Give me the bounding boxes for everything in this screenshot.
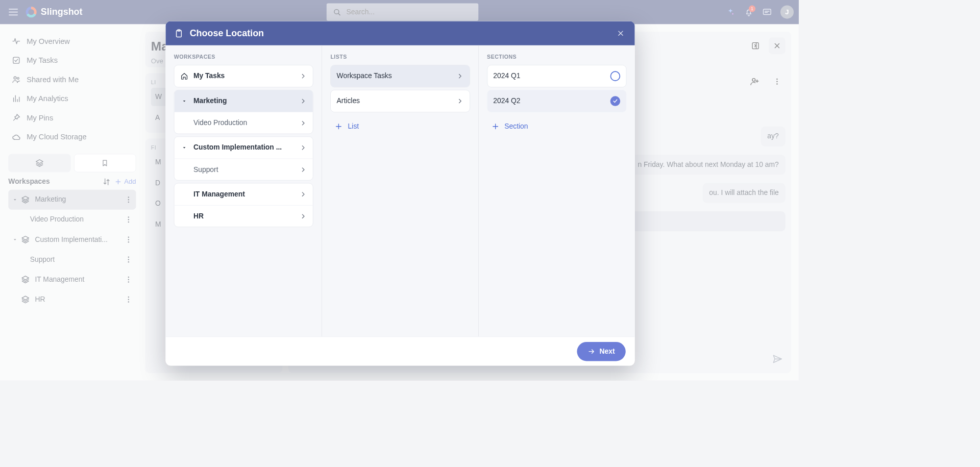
arrow-right-icon [588,348,596,355]
add-list-button[interactable]: List [330,117,470,136]
workspace-marketing[interactable]: Marketing [174,90,313,112]
tree-it[interactable]: IT Management [8,269,136,289]
close-panel-button[interactable] [769,37,786,54]
layers-icon [21,195,30,204]
hamburger-icon [9,9,18,15]
caret-down-icon [181,145,187,151]
collapse-panel-button[interactable] [747,37,764,54]
more-icon[interactable] [125,235,133,243]
people-icon [12,75,21,84]
nav-my-overview[interactable]: My Overview [8,32,136,51]
chevron-right-icon [456,72,464,80]
column-header: Workspaces [174,54,313,60]
more-icon[interactable] [125,195,133,204]
chat-bubble: ay? [761,127,785,146]
workspace-custom[interactable]: Custom Implementation ... [174,137,313,158]
send-icon [772,354,782,364]
search-box[interactable] [326,4,478,21]
tree-custom[interactable]: Custom Implementati... [8,230,136,250]
search-icon [332,8,341,17]
sidebar: My Overview My Tasks Shared with Me My A… [0,24,143,380]
activity-icon [12,37,21,46]
add-workspace-button[interactable]: Add [114,178,136,186]
ai-button[interactable] [722,4,739,20]
filter-bookmarks[interactable] [74,154,136,173]
modal-close-button[interactable] [615,28,627,39]
person-plus-icon [750,77,760,87]
chevron-right-icon [300,119,307,127]
sparkle-icon [726,8,735,17]
sort-icon[interactable] [102,177,111,186]
layers-icon [21,295,30,304]
nav-label: My Overview [27,37,70,45]
workspace-hr[interactable]: HR [174,205,313,227]
more-icon[interactable] [125,296,133,304]
workspace-support[interactable]: Support [174,159,313,180]
tree-video[interactable]: Video Production [8,210,136,230]
row-label: 2024 Q2 [493,97,520,105]
more-icon[interactable] [125,276,133,284]
nav-analytics[interactable]: My Analytics [8,89,136,108]
invite-button[interactable] [746,73,763,90]
workspace-video[interactable]: Video Production [174,112,313,133]
chevron-right-icon [456,97,464,105]
brand-logo[interactable]: Slingshot [26,7,83,17]
send-button[interactable] [769,351,786,367]
user-avatar[interactable]: J [780,6,794,19]
list-row-label: A [155,113,160,121]
workspaces-column: Workspaces My Tasks Marketing Video Prod… [165,45,322,337]
tree-label: Support [30,255,125,263]
nav-shared[interactable]: Shared with Me [8,70,136,89]
chat-bubble: ou. I will attach the file [702,183,785,203]
menu-button[interactable] [5,4,22,20]
tree-label: Custom Implementati... [35,235,124,243]
nav-my-tasks[interactable]: My Tasks [8,51,136,69]
radio-checked-icon[interactable] [610,96,621,106]
chat-bubble: n Friday. What about next Monday at 10 a… [631,155,785,175]
radio-unchecked-icon[interactable] [610,71,621,81]
list-row-label: D [155,179,160,187]
notifications-button[interactable]: 1 [741,4,757,20]
more-icon [773,78,781,86]
caret-down-icon [181,98,187,104]
chat-more-button[interactable] [769,73,786,90]
more-icon[interactable] [125,255,133,263]
filter-layers[interactable] [8,154,70,173]
column-header: Sections [487,54,626,60]
chevron-right-icon [300,212,307,220]
layers-icon [21,275,30,284]
nav-label: My Analytics [27,94,68,103]
add-label: Add [124,178,136,186]
nav-pins[interactable]: My Pins [8,108,136,127]
close-icon [617,29,625,37]
list-row-label: M [155,158,161,166]
next-button[interactable]: Next [577,342,626,361]
plus-icon [335,122,343,131]
list-articles[interactable]: Articles [331,90,470,112]
list-row-label: W [155,93,162,101]
workspace-my-tasks[interactable]: My Tasks [174,65,313,87]
row-label: Custom Implementation ... [193,143,282,152]
avatar-initial: J [785,8,789,16]
add-section-button[interactable]: Section [487,117,626,136]
section-2024-q1[interactable]: 2024 Q1 [487,65,626,87]
tree-support[interactable]: Support [8,250,136,269]
tasks-icon [12,56,21,65]
tree-marketing[interactable]: Marketing [8,190,136,210]
messages-button[interactable] [759,4,776,20]
workspace-it[interactable]: IT Management [174,183,313,205]
sections-column: Sections 2024 Q1 2024 Q2 Section [478,45,635,337]
section-2024-q2[interactable]: 2024 Q2 [487,90,626,112]
caret-down-icon [12,196,18,202]
plus-icon [114,178,122,186]
search-input[interactable] [347,8,473,16]
bookmark-icon [101,159,109,167]
tree-hr[interactable]: HR [8,289,136,309]
chevron-right-icon [300,166,307,174]
row-label: Video Production [193,119,247,127]
nav-cloud[interactable]: My Cloud Storage [8,127,136,146]
more-icon[interactable] [125,215,133,224]
lists-column: Lists Workspace Tasks Articles List [322,45,478,337]
tree-label: IT Management [35,276,124,284]
list-workspace-tasks[interactable]: Workspace Tasks [331,65,470,87]
